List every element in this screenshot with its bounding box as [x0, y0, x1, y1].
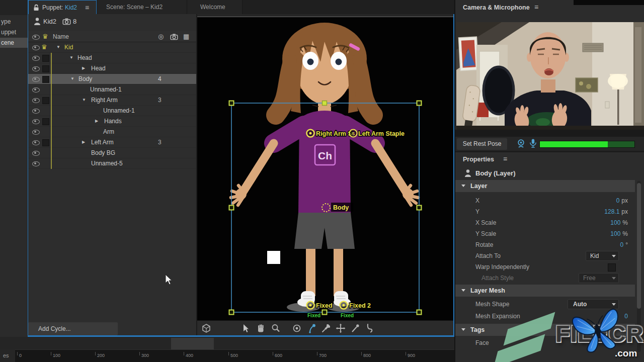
- section-layer-mesh[interactable]: Layer Mesh: [455, 285, 635, 297]
- layer-name: Right Arm: [91, 95, 118, 105]
- prop-unit: %: [622, 219, 628, 226]
- eye-icon[interactable]: [32, 161, 40, 166]
- mesh-column-icon[interactable]: ▦: [183, 31, 189, 42]
- eye-icon[interactable]: [32, 45, 40, 50]
- tab-welcome-label: Welcome: [200, 4, 225, 11]
- sidebar-item-type[interactable]: ype: [0, 17, 28, 27]
- layer-row-body-bg[interactable]: Body BG: [28, 148, 196, 158]
- fixed-tag1: Fixed: [307, 313, 320, 318]
- eye-icon[interactable]: [32, 130, 40, 135]
- fixed1-handle-label: Fixed: [316, 302, 333, 309]
- dangle-tool-icon[interactable]: [364, 323, 374, 333]
- crown-icon[interactable]: ♛: [41, 42, 47, 52]
- camera-panel-menu-icon[interactable]: ≡: [534, 3, 538, 11]
- dropdown-value: Free: [583, 275, 596, 282]
- camera-column-icon[interactable]: [170, 33, 178, 40]
- properties-menu-icon[interactable]: ≡: [503, 155, 507, 163]
- layer-row-left-arm[interactable]: ▶ Left Arm 3: [28, 137, 196, 148]
- expand-arrow-icon[interactable]: ▼: [56, 42, 60, 52]
- mesh-view-icon[interactable]: [201, 323, 211, 333]
- expand-arrow-icon[interactable]: ▶: [95, 116, 98, 126]
- dragger-tool-icon[interactable]: [306, 323, 316, 333]
- expand-arrow-icon[interactable]: ▶: [82, 63, 85, 73]
- layer-row-unnamed1b[interactable]: Unnamed-1: [28, 106, 196, 116]
- stick-tool-icon[interactable]: [350, 323, 360, 333]
- eye-icon[interactable]: [32, 140, 40, 145]
- origin-tool-icon[interactable]: [292, 323, 302, 333]
- prop-label: X Scale: [475, 217, 496, 228]
- sidebar-item-scene[interactable]: cene: [0, 38, 28, 48]
- tag-checkbox[interactable]: [42, 65, 49, 72]
- tab-scene-label: Scene: Scene – Kid2: [106, 4, 163, 11]
- prop-value[interactable]: 0: [620, 241, 624, 248]
- panel-menu-icon[interactable]: ≡: [85, 1, 89, 15]
- eye-icon[interactable]: [32, 98, 40, 103]
- layer-name: Unnamed-5: [91, 158, 123, 168]
- white-swatch: [267, 251, 280, 264]
- takes-count: 8: [73, 18, 76, 25]
- prop-label: Mesh Expansion: [475, 311, 520, 322]
- prop-row-xscale: X Scale 100%: [455, 217, 635, 228]
- warp-independently-checkbox[interactable]: [608, 263, 616, 272]
- properties-scrollbar-thumb[interactable]: [637, 183, 641, 309]
- section-layer[interactable]: Layer: [455, 180, 635, 192]
- attach-to-dropdown[interactable]: Kid: [586, 251, 619, 261]
- prop-value[interactable]: 128.1: [604, 208, 619, 215]
- expand-arrow-icon[interactable]: ▼: [82, 95, 86, 105]
- tag-checkbox[interactable]: [42, 97, 49, 104]
- expand-arrow-icon[interactable]: ▼: [70, 74, 74, 84]
- attach-style-dropdown[interactable]: Free: [579, 273, 619, 283]
- record-column-icon[interactable]: ◎: [158, 31, 164, 42]
- prop-label: Attach Style: [481, 273, 514, 284]
- tab-welcome[interactable]: Welcome: [187, 0, 243, 14]
- tag-checkbox[interactable]: [42, 55, 49, 62]
- layer-row-right-arm[interactable]: ▼ Right Arm 3: [28, 95, 196, 106]
- tag-checkbox[interactable]: [42, 118, 49, 125]
- add-cycle-button[interactable]: Add Cycle...: [28, 322, 118, 335]
- transform-tool-icon[interactable]: [336, 323, 346, 333]
- camera-input-icon[interactable]: [516, 139, 526, 148]
- expand-arrow-icon[interactable]: ▼: [69, 53, 73, 63]
- viewport-toolbar: (114%): [197, 320, 453, 335]
- prop-value[interactable]: 100: [610, 230, 620, 237]
- layer-row-hands[interactable]: ▶ Hands: [28, 116, 196, 127]
- pin-tool-icon[interactable]: [321, 323, 331, 333]
- eye-icon[interactable]: [32, 66, 40, 71]
- layer-name: Unnamed-1: [103, 106, 135, 116]
- prop-value[interactable]: 100: [610, 219, 620, 226]
- prop-unit: °: [625, 241, 628, 248]
- layer-row-head-child[interactable]: ▶ Head: [28, 63, 196, 74]
- zoom-tool-icon[interactable]: [271, 323, 281, 333]
- layer-row-unnamed1[interactable]: Unnamed-1: [28, 84, 196, 95]
- layer-row-unnamed5[interactable]: Unnamed-5: [28, 158, 196, 169]
- tab-puppet[interactable]: Puppet: Kid2 ≡: [28, 0, 97, 14]
- eye-icon[interactable]: [32, 56, 40, 61]
- eye-icon[interactable]: [32, 87, 40, 93]
- eye-icon[interactable]: [32, 109, 40, 114]
- timeline-ruler[interactable]: 0100200300400500600700800900: [15, 349, 454, 362]
- hand-tool-icon[interactable]: [256, 323, 266, 333]
- expand-arrow-icon[interactable]: ▶: [82, 137, 85, 147]
- puppet-person-icon: [33, 17, 41, 26]
- select-tool-icon[interactable]: [240, 323, 251, 333]
- tag-checkbox[interactable]: [42, 139, 49, 146]
- sidebar-item-puppet[interactable]: uppet: [0, 27, 28, 37]
- layer-row-body[interactable]: ▼ Body 4: [28, 74, 196, 84]
- tab-scene[interactable]: Scene: Scene – Kid2: [97, 0, 187, 14]
- tag-checkbox[interactable]: [42, 76, 49, 83]
- set-rest-pose-button[interactable]: Set Rest Pose: [457, 138, 507, 150]
- layer-count: 3: [158, 137, 162, 147]
- layer-row-head[interactable]: ▼ Head: [28, 53, 196, 63]
- microphone-input-icon[interactable]: [528, 138, 538, 148]
- prop-value[interactable]: 0: [616, 197, 620, 204]
- prop-value[interactable]: 0: [624, 313, 628, 320]
- layer-name: Head: [91, 63, 106, 73]
- timeline-scroll-patch[interactable]: [171, 338, 214, 349]
- layer-row-kid[interactable]: ♛ ▼ Kid: [28, 42, 196, 53]
- eye-icon[interactable]: [32, 119, 40, 124]
- layer-row-arm[interactable]: Arm: [28, 127, 196, 137]
- takes-camera-icon[interactable]: [62, 18, 71, 25]
- eye-icon[interactable]: [32, 151, 40, 156]
- target-person-icon: [464, 169, 472, 177]
- eye-icon[interactable]: [32, 77, 40, 82]
